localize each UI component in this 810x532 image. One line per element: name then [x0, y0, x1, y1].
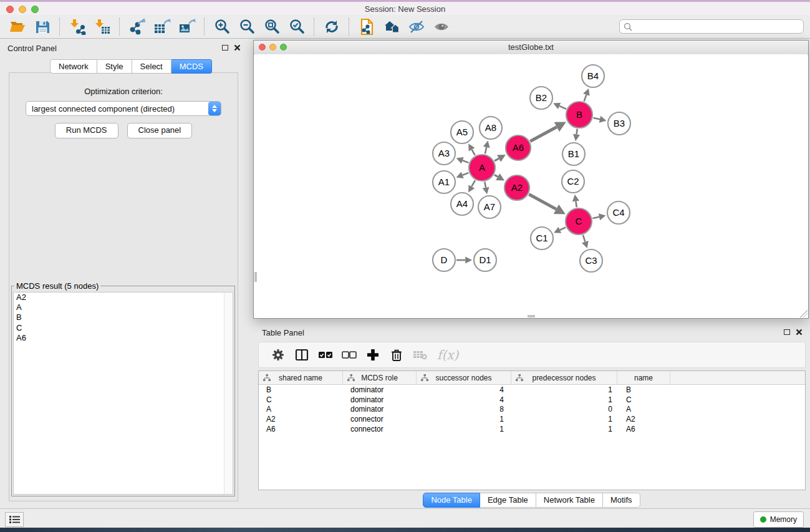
table-cell[interactable]: A6	[259, 425, 343, 433]
table-cell[interactable]: dominator	[343, 385, 417, 394]
zoom-in-button[interactable]	[210, 17, 234, 37]
table-cell[interactable]: connector	[343, 425, 417, 433]
table-row[interactable]: A6connector11A6	[259, 424, 805, 434]
table-row[interactable]: Cdominator41C	[259, 395, 805, 405]
table-row[interactable]: A2connector11A2	[259, 414, 805, 424]
network-document-button[interactable]	[354, 17, 379, 37]
graph-edge[interactable]	[463, 160, 469, 163]
table-cell[interactable]: 1	[511, 425, 617, 433]
table-cell[interactable]: A2	[617, 415, 670, 423]
table-cell[interactable]: dominator	[343, 395, 417, 404]
graph-edge[interactable]	[576, 201, 576, 207]
table-cell[interactable]: A	[259, 405, 343, 414]
graph-edge[interactable]	[471, 180, 475, 186]
resize-grip-icon[interactable]	[800, 310, 808, 317]
table-cell[interactable]: 1	[417, 425, 511, 433]
select-all-button[interactable]	[314, 344, 337, 365]
column-header-shared-name[interactable]: shared name	[259, 371, 343, 384]
column-header-name[interactable]: name	[617, 371, 670, 384]
table-cell[interactable]: 1	[511, 415, 617, 423]
graph-edge[interactable]	[560, 228, 566, 230]
table-cell[interactable]: C	[259, 395, 343, 404]
graph-edge[interactable]	[584, 95, 587, 101]
table-cell[interactable]: dominator	[343, 405, 417, 414]
table-cell[interactable]: 1	[417, 415, 511, 423]
tab-motifs[interactable]: Motifs	[603, 493, 640, 508]
float-panel-icon[interactable]	[222, 45, 228, 51]
column-header-mcds-role[interactable]: MCDS role	[343, 371, 417, 384]
table-cell[interactable]: A	[617, 405, 670, 414]
export-table-button[interactable]	[150, 17, 175, 37]
graph-edge[interactable]	[485, 182, 486, 188]
table-row[interactable]: Adominator80A	[259, 405, 805, 415]
table-cell[interactable]: 4	[417, 395, 511, 404]
deselect-all-button[interactable]	[337, 344, 361, 365]
mcds-result-item[interactable]: A2	[14, 293, 233, 302]
table-cell[interactable]: 1	[511, 395, 617, 404]
mcds-result-item[interactable]: B	[14, 312, 233, 322]
tab-network[interactable]: Network	[50, 59, 97, 74]
column-header-successor-nodes[interactable]: successor nodes	[417, 371, 511, 384]
network-graph[interactable]: B4B2BB3A5A8A6B1A3AA1C2A2A4A7C4CC1C3DD1	[254, 54, 808, 317]
mcds-result-item[interactable]: A6	[14, 333, 233, 343]
delete-column-button[interactable]	[385, 344, 408, 365]
tab-select[interactable]: Select	[132, 59, 171, 74]
run-mcds-button[interactable]: Run MCDS	[55, 123, 118, 138]
open-session-button[interactable]	[5, 17, 30, 37]
table-cell[interactable]: C	[617, 395, 670, 404]
vertical-scroll-thumb[interactable]	[254, 272, 257, 282]
search-input[interactable]	[635, 21, 803, 33]
close-panel-button[interactable]: Close panel	[127, 123, 193, 138]
table-row[interactable]: Bdominator41B	[259, 385, 805, 395]
close-table-panel-icon[interactable]	[796, 329, 803, 336]
refresh-layout-button[interactable]	[319, 17, 344, 37]
tab-mcds[interactable]: MCDS	[171, 59, 212, 74]
zoom-selected-button[interactable]	[284, 17, 309, 37]
mcds-result-item[interactable]: A	[14, 302, 233, 312]
create-column-button[interactable]	[361, 344, 385, 365]
table-cell[interactable]: A6	[617, 425, 670, 433]
float-table-panel-icon[interactable]	[784, 329, 790, 335]
table-cell[interactable]: 8	[417, 405, 511, 414]
show-all-networks-button[interactable]	[379, 17, 404, 37]
show-columns-button[interactable]	[290, 344, 314, 365]
optimization-criterion-dropdown[interactable]: largest connected component (directed)	[26, 101, 221, 116]
table-cell[interactable]: 4	[417, 385, 511, 394]
zoom-out-button[interactable]	[234, 17, 259, 37]
graph-edge[interactable]	[485, 147, 486, 154]
memory-button[interactable]: Memory	[753, 511, 804, 528]
graph-edge[interactable]	[494, 158, 499, 161]
show-hidden-button[interactable]	[429, 17, 454, 37]
table-cell[interactable]: B	[259, 385, 343, 394]
export-network-button[interactable]	[125, 17, 150, 37]
graph-edge[interactable]	[559, 106, 566, 109]
graph-edge[interactable]	[576, 129, 577, 135]
import-table-button[interactable]	[90, 17, 115, 37]
close-panel-icon[interactable]	[234, 44, 241, 51]
table-cell[interactable]: A2	[259, 415, 343, 423]
graph-edge[interactable]	[463, 173, 469, 175]
mcds-result-item[interactable]: C	[14, 323, 233, 333]
graph-edge[interactable]	[583, 235, 585, 242]
network-window-titlebar[interactable]: testGlobe.txt	[254, 41, 808, 55]
table-cell[interactable]: 1	[511, 385, 617, 394]
list-scrollbar[interactable]	[224, 293, 233, 494]
tab-node-table[interactable]: Node Table	[423, 493, 480, 508]
graph-edge[interactable]	[592, 217, 599, 218]
show-task-history-button[interactable]	[5, 512, 24, 527]
graph-edge[interactable]	[494, 175, 498, 177]
import-network-button[interactable]	[65, 17, 90, 37]
graph-edge[interactable]	[529, 195, 556, 210]
column-header-predecessor-nodes[interactable]: predecessor nodes	[511, 371, 617, 384]
zoom-fit-button[interactable]	[259, 17, 284, 37]
graph-edge[interactable]	[530, 127, 557, 142]
tab-network-table[interactable]: Network Table	[536, 493, 603, 508]
tab-edge-table[interactable]: Edge Table	[480, 493, 536, 508]
hide-selected-button[interactable]	[404, 17, 429, 37]
save-session-button[interactable]	[30, 17, 55, 37]
graph-edge[interactable]	[472, 150, 475, 155]
table-settings-button[interactable]	[266, 344, 290, 365]
table-cell[interactable]: 0	[511, 405, 617, 414]
graph-edge[interactable]	[593, 118, 600, 119]
network-canvas[interactable]: B4B2BB3A5A8A6B1A3AA1C2A2A4A7C4CC1C3DD1	[254, 54, 808, 317]
